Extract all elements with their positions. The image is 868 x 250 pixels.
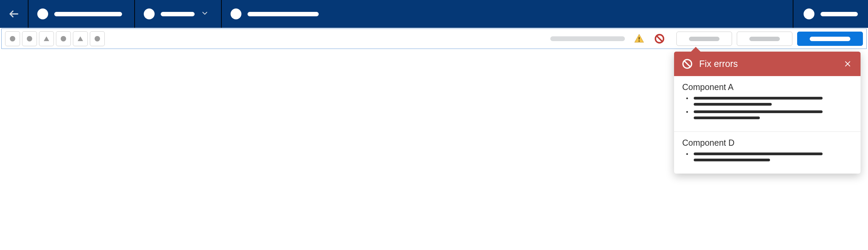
toolbar-button-4[interactable] <box>73 31 88 46</box>
warning-icon[interactable] <box>633 33 645 45</box>
tab-avatar <box>144 8 155 19</box>
error-list <box>682 97 852 119</box>
toolbar-button-0[interactable] <box>5 31 20 46</box>
svg-point-2 <box>61 36 66 41</box>
error-section: Component D <box>674 131 861 174</box>
error-item[interactable] <box>682 153 852 161</box>
chevron-down-icon <box>201 9 209 19</box>
close-icon <box>844 60 851 68</box>
header-tab-1[interactable] <box>134 0 221 28</box>
svg-point-3 <box>95 36 100 41</box>
secondary-button-1[interactable] <box>676 32 732 46</box>
error-item[interactable] <box>682 97 852 106</box>
circle-icon <box>93 35 101 43</box>
svg-point-1 <box>27 36 32 41</box>
tab-avatar <box>231 8 241 19</box>
header-tab-2[interactable] <box>221 0 331 28</box>
error-text-line <box>694 110 823 113</box>
secondary-button-2[interactable] <box>737 32 792 46</box>
popover-header: Fix errors <box>674 52 861 76</box>
triangle-icon <box>42 35 51 43</box>
header-spacer <box>331 0 793 28</box>
error-icon[interactable] <box>653 33 666 45</box>
header-user-area[interactable] <box>793 0 868 28</box>
tab-label <box>161 12 195 16</box>
status-text <box>550 36 625 41</box>
popover-close-button[interactable] <box>842 58 853 69</box>
error-text-line <box>694 153 823 155</box>
svg-line-9 <box>685 61 690 67</box>
error-text-line <box>694 159 770 161</box>
triangle-icon <box>76 35 84 43</box>
svg-point-0 <box>10 36 15 41</box>
back-button[interactable] <box>0 0 28 28</box>
circle-icon <box>59 35 67 43</box>
header-tab-0[interactable] <box>28 0 134 28</box>
back-arrow-icon <box>8 8 20 20</box>
primary-button[interactable] <box>797 32 863 46</box>
toolbar-button-1[interactable] <box>22 31 37 46</box>
popover-title: Fix errors <box>699 59 836 69</box>
error-popover: Fix errors Component AComponent D <box>674 52 861 174</box>
action-bar <box>1 29 867 49</box>
error-text-line <box>694 97 823 100</box>
circle-icon <box>8 35 17 43</box>
toolbar-button-5[interactable] <box>90 31 105 46</box>
error-section-heading: Component A <box>682 82 852 92</box>
toolbar-button-2[interactable] <box>39 31 54 46</box>
svg-point-5 <box>638 40 639 41</box>
user-label <box>821 12 858 16</box>
tab-label <box>248 12 319 16</box>
tab-avatar <box>37 8 48 19</box>
error-section: Component A <box>674 76 861 131</box>
svg-line-7 <box>657 36 662 41</box>
user-avatar <box>804 8 814 19</box>
circle-icon <box>25 35 34 43</box>
global-header <box>0 0 868 28</box>
error-item[interactable] <box>682 110 852 119</box>
svg-rect-4 <box>639 37 640 40</box>
error-text-line <box>694 103 772 106</box>
ban-icon <box>682 58 693 70</box>
toolbar-button-3[interactable] <box>56 31 71 46</box>
error-section-heading: Component D <box>682 138 852 148</box>
error-list <box>682 153 852 161</box>
tab-label <box>54 12 122 16</box>
error-text-line <box>694 117 760 119</box>
